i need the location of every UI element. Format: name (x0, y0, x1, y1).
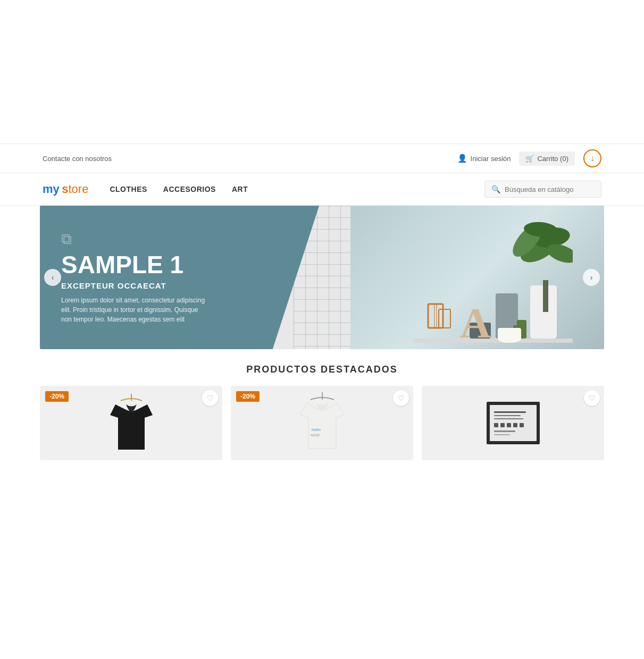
heart-icon-2: ♡ (398, 394, 405, 402)
svg-rect-25 (494, 411, 526, 413)
product-card-1[interactable]: -20% ♡ (40, 386, 222, 460)
product-grid: -20% ♡ (40, 386, 604, 460)
svg-rect-16 (413, 339, 573, 343)
product-card-2[interactable]: -20% ♡ (231, 386, 413, 460)
svg-rect-28 (494, 423, 498, 427)
svg-rect-32 (520, 423, 524, 427)
svg-text:world: world (310, 433, 320, 437)
hero-description: Lorem ipsum dolor sit amet, consectetur … (61, 295, 210, 324)
logo-store-first: s (62, 182, 68, 196)
svg-rect-26 (494, 415, 521, 416)
login-button[interactable]: 👤 Iniciar sesión (457, 154, 511, 163)
search-box: 🔍 (484, 181, 601, 198)
chevron-right-icon: › (590, 273, 593, 282)
login-label: Iniciar sesión (471, 155, 511, 163)
hero-icon: ⧉ (61, 231, 329, 248)
hero-subtitle: EXCEPTEUR OCCAECAT (61, 281, 329, 290)
hero-slide: ⧉ SAMPLE 1 EXCEPTEUR OCCAECAT Lorem ipsu… (40, 206, 604, 349)
logo-my: my (43, 182, 60, 196)
top-bar-actions: 👤 Iniciar sesión 🛒 Carrito (0) ↓ (457, 149, 601, 167)
search-input[interactable] (505, 185, 595, 193)
product-card-3[interactable]: ♡ (422, 386, 604, 460)
svg-rect-27 (494, 418, 523, 419)
search-icon: 🔍 (491, 185, 500, 193)
logo[interactable]: my s tore (43, 182, 88, 196)
cart-icon: 🛒 (525, 155, 534, 163)
hero-scene-svg: A (381, 206, 573, 349)
nav-clothes[interactable]: CLOTHES (110, 185, 147, 193)
cart-label: Carrito (0) (537, 155, 568, 163)
svg-rect-6 (434, 304, 437, 328)
svg-rect-33 (494, 430, 515, 432)
section-title: PRODUCTOS DESTACADOS (0, 349, 644, 386)
svg-rect-13 (543, 280, 548, 312)
download-button[interactable]: ↓ (583, 149, 601, 167)
user-icon: 👤 (457, 154, 467, 163)
heart-icon-3: ♡ (589, 394, 596, 402)
svg-rect-18 (498, 328, 521, 340)
dark-shirt-svg (105, 391, 158, 455)
contact-text: Contacte con nosotros (43, 155, 112, 163)
logo-store-rest: tore (69, 182, 89, 196)
download-icon: ↓ (590, 154, 595, 163)
hero-image-bg: A (350, 206, 604, 349)
hero-prev-button[interactable]: ‹ (44, 269, 61, 286)
frame-svg (481, 396, 545, 450)
hero-title: SAMPLE 1 (61, 252, 329, 277)
svg-rect-7 (439, 309, 450, 328)
svg-text:hello: hello (312, 427, 321, 432)
white-shirt-svg: hello world (296, 391, 349, 455)
svg-rect-5 (428, 304, 443, 328)
nav-art[interactable]: ART (232, 185, 248, 193)
wishlist-button-2[interactable]: ♡ (393, 390, 409, 406)
discount-badge-1: -20% (45, 391, 69, 402)
cart-button[interactable]: 🛒 Carrito (0) (519, 151, 575, 166)
product-image-3 (422, 386, 604, 460)
svg-rect-30 (507, 423, 511, 427)
products-grid-wrapper: -20% ♡ (0, 386, 644, 476)
chevron-left-icon: ‹ (52, 273, 54, 282)
wishlist-button-3[interactable]: ♡ (584, 390, 600, 406)
svg-rect-34 (494, 434, 510, 435)
svg-rect-29 (500, 423, 505, 427)
nav-bar: my s tore CLOTHES ACCESORIOS ART 🔍 (0, 173, 644, 206)
bottom-spacer (0, 476, 644, 659)
heart-icon-1: ♡ (207, 394, 214, 402)
nav-accesorios[interactable]: ACCESORIOS (163, 185, 216, 193)
hero-right-panel: A (350, 206, 604, 349)
discount-badge-2: -20% (236, 391, 260, 402)
hero-slider: ⧉ SAMPLE 1 EXCEPTEUR OCCAECAT Lorem ipsu… (40, 206, 604, 349)
wishlist-button-1[interactable]: ♡ (202, 390, 218, 406)
top-bar: Contacte con nosotros 👤 Iniciar sesión 🛒… (0, 143, 644, 173)
hero-next-button[interactable]: › (583, 269, 600, 286)
featured-section: PRODUCTOS DESTACADOS -20% ♡ (0, 349, 644, 476)
nav-links: CLOTHES ACCESORIOS ART (110, 185, 463, 193)
svg-rect-31 (513, 423, 517, 427)
